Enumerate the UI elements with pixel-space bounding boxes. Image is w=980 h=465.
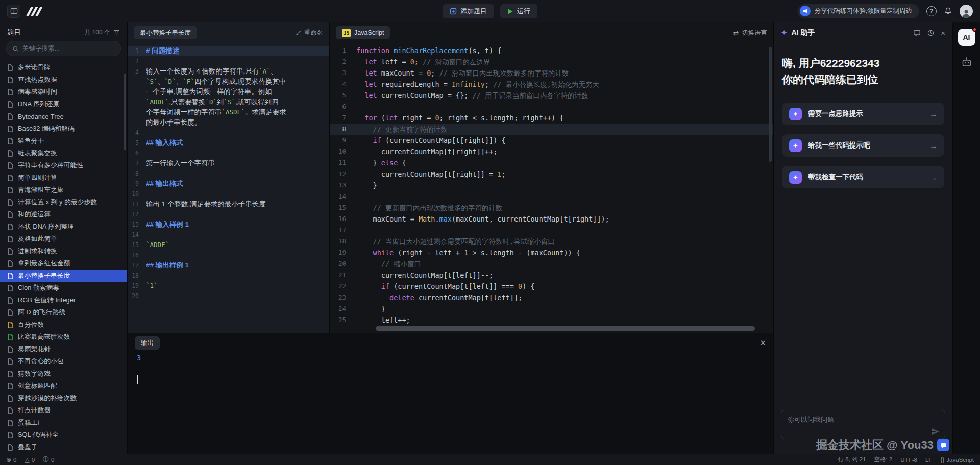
code-line[interactable]: 18 // 当窗口大小超过剩余需要匹配的字符数时,尝试缩小窗口 (330, 236, 773, 247)
toggle-sidebar-button[interactable] (7, 5, 20, 18)
code-line[interactable]: 4 let requiredLength = Infinity; // 最小替换… (330, 79, 773, 90)
problem-list-item[interactable]: 比赛最高获胜次数 (0, 331, 127, 343)
problem-list-item[interactable]: 百分位数 (0, 319, 127, 331)
code-line[interactable]: 1 function minCharReplacement(s, t) { (330, 45, 773, 56)
problem-list-item[interactable]: 打点计数器 (0, 404, 127, 417)
code-line[interactable]: 24 } (330, 303, 773, 314)
code-line[interactable]: 25 left++; (330, 314, 773, 326)
code-line[interactable]: 13 } (330, 180, 773, 191)
language-tab[interactable]: JS JavaScript (336, 26, 390, 39)
filter-icon[interactable] (113, 29, 120, 36)
help-icon[interactable]: ? (926, 6, 937, 16)
code-line[interactable]: 14 (330, 191, 773, 202)
problem-list-item[interactable]: 进制求和转换 (0, 245, 127, 257)
problem-list-item[interactable]: Bytedance Tree (0, 110, 127, 123)
language-mode[interactable]: {} JavaScript (940, 456, 974, 463)
search-box[interactable] (6, 41, 121, 56)
switch-language-button[interactable]: ⇄ 切换语言 (733, 29, 767, 37)
problem-list-item[interactable]: 查找热点数据 (0, 74, 127, 86)
robot-assistant-icon[interactable] (961, 56, 973, 68)
promo-banner[interactable]: 分享代码练习体验,领限量定制周边 (798, 4, 919, 18)
code-line[interactable]: 9 if (currentCountMap[t[right]]) { (330, 135, 773, 146)
problem-list-item[interactable]: 计算位置 x 到 y 的最少步数 (0, 196, 127, 208)
ai-chat-icon[interactable] (913, 29, 921, 37)
close-ai-panel-icon[interactable]: × (941, 29, 945, 37)
problem-list-item[interactable]: 猫鱼分干 (0, 135, 127, 147)
code-line[interactable]: 16 maxCount = Math.max(maxCount, current… (330, 213, 773, 225)
info-counter[interactable]: ⓘ 0 (43, 455, 54, 464)
code-line[interactable]: 2 let left = 0; // 滑动窗口的左边界 (330, 56, 773, 67)
problem-list-item[interactable]: 和的逆运算 (0, 208, 127, 221)
problem-list-item[interactable]: Cion 勒索病毒 (0, 282, 127, 294)
code-line[interactable]: 23 delete currentCountMap[t[left]]; (330, 292, 773, 303)
search-input[interactable] (22, 45, 115, 52)
cursor-position[interactable]: 行 8, 列 21 (838, 456, 866, 463)
problem-list-item[interactable]: SQL 代码补全 (0, 429, 127, 441)
code-line[interactable]: 8 // 更新当前字符的计数 (330, 124, 773, 135)
encoding[interactable]: UTF-8 (900, 457, 917, 463)
problem-list-item[interactable]: 阿 D 的飞行路线 (0, 306, 127, 319)
markdown-lines[interactable]: 1 # 问题描述 2 3 输入一个长度为 4 倍数的字符串,只有`A`、 `S`… (128, 43, 329, 333)
ai-toggle-button[interactable]: AI (958, 29, 975, 46)
problem-list-item[interactable]: 叠盘子 (0, 441, 127, 453)
problem-list-item[interactable]: 猜数字游戏 (0, 368, 127, 380)
code-line[interactable]: 15 // 更新窗口内出现次数最多的字符的计数 (330, 202, 773, 213)
ai-suggestion-button[interactable]: ✦ 需要一点思路提示 → (782, 103, 944, 125)
ai-suggestion-button[interactable]: ✦ 给我一些代码提示吧 → (782, 134, 944, 157)
problem-list-item[interactable]: DNA 序列还原 (0, 98, 127, 110)
problem-list-item[interactable]: Base32 编码和解码 (0, 123, 127, 135)
problem-list-item[interactable]: 最小替换子串长度 (0, 270, 127, 282)
ai-input-box[interactable] (781, 410, 945, 439)
rename-button[interactable]: 重命名 (296, 29, 324, 37)
history-icon[interactable] (927, 29, 935, 37)
warnings-counter[interactable]: △ 0 (24, 456, 35, 463)
problem-list-item[interactable]: 蛋糕工厂 (0, 417, 127, 429)
problem-list-item[interactable]: 创意标题匹配 (0, 380, 127, 392)
problem-list-item[interactable]: 环状 DNA 序列整理 (0, 221, 127, 233)
problem-list-item[interactable]: 不再贪心的小包 (0, 355, 127, 368)
problem-list-item[interactable]: 多米诺骨牌 (0, 61, 127, 74)
problem-list-item[interactable]: 字符串有多少种可能性 (0, 159, 127, 172)
code-line[interactable]: 17 (330, 225, 773, 236)
problem-list-item[interactable]: 青海湖租车之旅 (0, 184, 127, 196)
problem-list-item[interactable]: RGB 色值转 Integer (0, 294, 127, 306)
app-logo[interactable] (28, 7, 40, 16)
output-content[interactable]: 3 (128, 353, 773, 385)
problem-list-item[interactable]: 穿越沙漠的补给次数 (0, 392, 127, 404)
indent-setting[interactable]: 空格: 2 (874, 456, 892, 463)
errors-counter[interactable]: ⊗ 0 (6, 456, 16, 463)
editor-vertical-scrollbar[interactable] (769, 47, 772, 162)
close-output-icon[interactable]: ✕ (760, 338, 766, 348)
code-line[interactable]: 10 currentCountMap[t[right]]++; (330, 146, 773, 157)
problem-list-item[interactable]: 简单四则计算 (0, 172, 127, 184)
notifications-bell-icon[interactable] (944, 7, 952, 15)
avatar[interactable] (960, 5, 973, 18)
code-line[interactable]: 7 for (let right = 0; right < s.length; … (330, 112, 773, 124)
add-problem-button[interactable]: 添加题目 (443, 4, 494, 18)
code-line[interactable]: 5 let currentCountMap = {}; // 用于记录当前窗口内… (330, 90, 773, 101)
output-tab[interactable]: 输出 (135, 336, 160, 350)
code-line[interactable]: 12 currentCountMap[t[right]] = 1; (330, 168, 773, 180)
problem-list-item[interactable]: 拿到最多红包金额 (0, 257, 127, 270)
sidebar-scrollbar[interactable] (124, 74, 126, 150)
ai-question-input[interactable] (788, 415, 939, 434)
code-line[interactable]: 20 // 缩小窗口 (330, 258, 773, 270)
code-line[interactable]: 19 while (right - left + 1 > s.length - … (330, 247, 773, 258)
code-line[interactable]: 11 } else { (330, 157, 773, 168)
code-line[interactable]: 6 (330, 101, 773, 112)
ai-suggestion-button[interactable]: ✦ 帮我检查一下代码 → (782, 166, 944, 188)
problem-list-item[interactable]: 病毒感染时间 (0, 86, 127, 98)
problem-tab[interactable]: 最小替换子串长度 (134, 26, 197, 39)
run-button[interactable]: 运行 (500, 4, 537, 18)
problem-list-item[interactable]: 链表聚集交换 (0, 147, 127, 159)
code-lines[interactable]: 1 function minCharReplacement(s, t) { 2 … (330, 43, 773, 333)
problem-list-item[interactable]: 及格如此简单 (0, 233, 127, 245)
markdown-text: 一个子串,调整为词频一样的字符串。例如 (146, 87, 329, 97)
editor-horizontal-scrollbar[interactable] (376, 326, 755, 331)
code-line[interactable]: 22 if (currentCountMap[t[left]] === 0) { (330, 281, 773, 292)
eol-setting[interactable]: LF (925, 457, 932, 463)
problem-list-item[interactable]: 暴雨梨花针 (0, 343, 127, 355)
send-icon[interactable] (931, 427, 940, 436)
code-line[interactable]: 3 let maxCount = 0; // 滑动窗口内出现次数最多的字符的计数 (330, 67, 773, 79)
code-line[interactable]: 21 currentCountMap[t[left]]--; (330, 270, 773, 281)
